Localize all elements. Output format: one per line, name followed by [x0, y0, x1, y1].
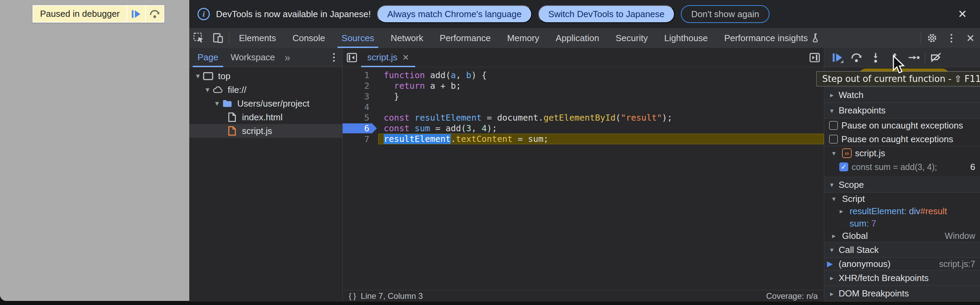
tree-item-file-origin[interactable]: ▾ file:// — [189, 83, 342, 97]
expand-arrow-icon[interactable]: ▸ — [829, 232, 838, 240]
close-devtools-icon[interactable]: ✕ — [961, 28, 980, 48]
step-into-button[interactable] — [866, 48, 885, 67]
tab-console[interactable]: Console — [284, 28, 333, 48]
gutter[interactable]: 1234567 — [343, 70, 378, 290]
scope-script-category[interactable]: ▾ Script — [824, 193, 980, 205]
breakpoint-line-number[interactable]: 6 — [343, 123, 378, 134]
code-token: add( — [425, 70, 450, 80]
collapse-arrow-icon[interactable]: ▸ — [827, 289, 837, 298]
breakpoint-entry[interactable]: ✓ const sum = add(3, 4); 6 — [824, 160, 980, 174]
editor-tab-script-js[interactable]: script.js ✕ — [361, 48, 415, 67]
tab-performance-insights[interactable]: Performance insights — [716, 28, 828, 48]
tree-item-label: index.html — [242, 112, 283, 123]
frame-name: (anonymous) — [838, 259, 891, 269]
pause-caught-exceptions-row[interactable]: Pause on caught exceptions — [824, 132, 980, 146]
resume-script-button[interactable] — [127, 6, 145, 22]
pause-uncaught-exceptions-row[interactable]: Pause on uncaught exceptions — [824, 118, 980, 132]
line-number[interactable]: 7 — [343, 134, 378, 145]
line-number[interactable]: 5 — [343, 112, 378, 123]
toolbar-separator — [229, 32, 229, 44]
breakpoint-badge[interactable]: 6 — [343, 123, 377, 133]
code-token: const — [384, 123, 409, 133]
dont-show-again-button[interactable]: Don't show again — [681, 5, 770, 23]
code-editor[interactable]: 1234567 function add(a, b) { return a + … — [343, 67, 824, 290]
expand-arrow-icon[interactable]: ▾ — [203, 85, 212, 94]
toggle-debugger-sidebar-button[interactable] — [805, 48, 824, 67]
checkbox-unchecked[interactable] — [829, 135, 838, 144]
section-dom-breakpoints[interactable]: ▸ DOM Breakpoints — [824, 286, 980, 302]
navigator-pane: Page Workspace » ▾ top — [189, 48, 343, 302]
tab-security[interactable]: Security — [608, 28, 656, 48]
match-chrome-language-button[interactable]: Always match Chrome's language — [377, 5, 531, 23]
collapse-arrow-icon[interactable]: ▾ — [829, 149, 838, 157]
tab-sources[interactable]: Sources — [333, 28, 382, 48]
line-number[interactable]: 3 — [343, 91, 378, 102]
navigator-tab-page[interactable]: Page — [191, 48, 224, 67]
tree-item-project-folder[interactable]: ▾ Users/user/project — [189, 97, 342, 110]
checkbox-checked[interactable]: ✓ — [839, 163, 848, 171]
scope-global-category[interactable]: ▸ Global Window — [824, 230, 980, 242]
tab-memory[interactable]: Memory — [499, 28, 547, 48]
settings-button[interactable] — [923, 28, 942, 48]
line-number[interactable]: 4 — [343, 102, 378, 112]
navigator-tab-workspace[interactable]: Workspace — [224, 48, 282, 67]
infobar-close-icon[interactable]: ✕ — [953, 8, 972, 21]
collapse-arrow-icon[interactable]: ▾ — [829, 195, 838, 203]
mouse-cursor — [891, 55, 906, 75]
navigator-more-options-button[interactable] — [328, 53, 340, 62]
tree-item-top[interactable]: ▾ top — [189, 69, 342, 83]
resume-button[interactable] — [828, 48, 847, 67]
editor-statusbar: { } Line 7, Column 3 Coverage: n/a — [343, 290, 824, 302]
line-number[interactable]: 2 — [343, 81, 378, 91]
call-stack-frame[interactable]: ▶ (anonymous) script.js:7 — [824, 258, 980, 270]
pretty-print-icon[interactable]: { } — [349, 292, 356, 300]
collapse-arrow-icon[interactable]: ▾ — [827, 107, 837, 115]
code-token — [409, 113, 415, 123]
tree-item-script-js[interactable]: script.js — [189, 124, 342, 138]
tab-performance[interactable]: Performance — [432, 28, 499, 48]
code-token: ) { — [471, 70, 487, 80]
collapse-arrow-icon[interactable]: ▸ — [827, 91, 837, 99]
tree-item-index-html[interactable]: index.html — [189, 110, 342, 124]
section-watch[interactable]: ▸ Watch — [824, 87, 980, 103]
toggle-navigator-sidebar-button[interactable] — [343, 48, 361, 67]
code-token: = add( — [430, 123, 466, 133]
code-token: resultElement — [415, 113, 482, 123]
collapse-arrow-icon[interactable]: ▾ — [827, 246, 837, 254]
switch-devtools-japanese-button[interactable]: Switch DevTools to Japanese — [538, 5, 675, 23]
collapse-arrow-icon[interactable]: ▸ — [827, 274, 837, 282]
section-breakpoints[interactable]: ▾ Breakpoints — [824, 103, 980, 118]
sources-panel: Page Workspace » ▾ top — [189, 48, 980, 301]
code-token: = sum; — [512, 134, 548, 144]
scope-variable-resultElement[interactable]: ▸ resultElement: div#result — [824, 205, 980, 217]
toolbar-separator — [925, 52, 925, 63]
expand-arrow-icon[interactable]: ▸ — [837, 207, 846, 215]
section-call-stack[interactable]: ▾ Call Stack — [824, 242, 980, 258]
infobar-message: DevTools is now available in Japanese! — [216, 9, 371, 19]
more-options-button[interactable] — [942, 28, 961, 48]
expand-arrow-icon[interactable]: ▾ — [213, 99, 221, 108]
step-over-button[interactable] — [146, 6, 164, 22]
tab-application[interactable]: Application — [547, 28, 607, 48]
toggle-device-toolbar-button[interactable] — [208, 28, 228, 48]
section-scope[interactable]: ▾ Scope — [824, 177, 980, 193]
page-background: Paused in debugger — [0, 0, 189, 301]
step-button[interactable] — [904, 48, 924, 67]
frame-icon — [202, 72, 214, 80]
collapse-arrow-icon[interactable]: ▾ — [827, 180, 837, 189]
more-tabs-icon[interactable]: » — [281, 52, 294, 63]
checkbox-unchecked[interactable] — [829, 121, 838, 130]
inspect-element-button[interactable] — [189, 28, 208, 48]
panel-tabs: Elements Console Sources Network Perform… — [231, 28, 828, 48]
section-xhr-breakpoints[interactable]: ▸ XHR/fetch Breakpoints — [824, 270, 980, 286]
close-tab-icon[interactable]: ✕ — [402, 53, 409, 62]
expand-arrow-icon[interactable]: ▾ — [193, 72, 202, 81]
tab-network[interactable]: Network — [382, 28, 431, 48]
deactivate-breakpoints-button[interactable] — [927, 48, 946, 67]
paused-debugger-toast: Paused in debugger — [32, 5, 164, 22]
tab-lighthouse[interactable]: Lighthouse — [656, 28, 716, 48]
breakpoint-file-group[interactable]: ▾ ‹› script.js — [824, 146, 980, 160]
line-number[interactable]: 1 — [343, 70, 378, 81]
step-over-button[interactable] — [847, 48, 866, 67]
tab-elements[interactable]: Elements — [231, 28, 284, 48]
